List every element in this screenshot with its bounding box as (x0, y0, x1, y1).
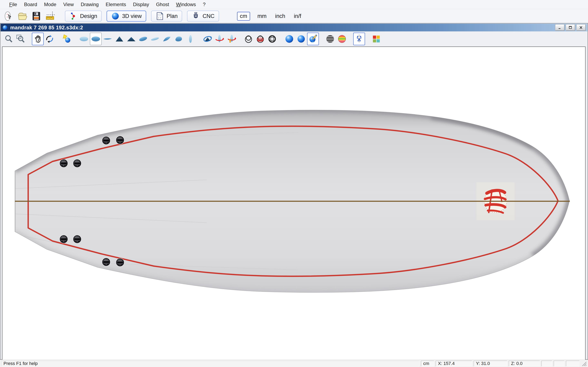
render-sphere-icon[interactable] (283, 33, 295, 45)
resize-grip[interactable] (581, 361, 587, 366)
mesh-icon[interactable] (266, 33, 278, 45)
pan-icon[interactable] (32, 33, 44, 45)
zoom-window-icon[interactable] (15, 33, 26, 45)
view-deck-icon[interactable] (78, 33, 90, 45)
close-icon (579, 26, 583, 29)
plan-mode-button[interactable]: Plan (151, 11, 182, 22)
menu-display[interactable]: Display (130, 2, 153, 7)
view-perspective-4-icon[interactable] (173, 33, 185, 45)
maximize-icon (568, 26, 572, 29)
view-outline-icon[interactable] (185, 33, 196, 45)
fin-plug[interactable]: FCS (73, 159, 81, 167)
tile-windows-icon[interactable] (370, 33, 382, 45)
paint-decor-icon[interactable] (307, 33, 319, 45)
status-z-coordinate: Z: 0.0 (509, 361, 540, 366)
measurements-icon-svg (45, 11, 56, 21)
flip-board-icon[interactable] (225, 33, 237, 45)
svg-text:FCS: FCS (118, 137, 122, 139)
open-folder-icon[interactable] (16, 10, 29, 22)
fin-plug[interactable]: FCS (60, 159, 68, 167)
fin-plug[interactable]: FCS (102, 136, 111, 145)
plan-mode-label: Plan (167, 13, 178, 19)
3d-view-mode-button[interactable]: 3D view (107, 11, 146, 22)
design-mode-icon (69, 12, 78, 21)
save-icon[interactable] (30, 10, 43, 22)
symmetry-icon[interactable] (353, 33, 365, 45)
pick-render-icon[interactable] (61, 33, 73, 45)
fin-plug[interactable]: FCS (102, 258, 111, 266)
orbit-icon[interactable] (44, 33, 56, 45)
menu-drawing[interactable]: Drawing (77, 2, 102, 7)
status-x-coordinate: X: 157.4 (436, 361, 472, 366)
svg-text:FCS: FCS (104, 259, 108, 261)
design-mode-button[interactable]: Design (65, 11, 102, 22)
menu-board[interactable]: Board (21, 2, 41, 7)
wireframe-rings-icon[interactable] (254, 33, 266, 45)
status-empty-cell (554, 361, 564, 366)
measurements-icon[interactable] (44, 10, 57, 22)
menu-ghost[interactable]: Ghost (153, 2, 173, 7)
view-side-icon[interactable] (102, 33, 113, 45)
rotate-view-icon[interactable] (202, 33, 214, 45)
design-mode-label: Design (80, 13, 97, 19)
view-back-icon[interactable] (125, 33, 137, 45)
close-button[interactable] (576, 24, 586, 31)
maximize-button[interactable] (566, 24, 575, 31)
unit-mm[interactable]: mm (256, 12, 268, 20)
status-empty-cell (566, 361, 579, 366)
menu-help[interactable]: ? (199, 2, 209, 7)
fin-plug[interactable]: FCS (116, 136, 124, 144)
menu-file[interactable]: File (6, 2, 21, 7)
view-front-icon[interactable] (113, 33, 125, 45)
design-canvas[interactable]: FCS FCS FCS (2, 47, 586, 360)
wireframe-icon[interactable] (242, 33, 254, 45)
open-folder-icon-svg (17, 11, 28, 21)
unit-selector: cm mm inch in/f (237, 12, 303, 21)
view-perspective-3-icon[interactable] (161, 33, 173, 45)
zoom-icon[interactable] (3, 33, 15, 45)
cnc-mode-icon (191, 12, 200, 21)
view-perspective-icon[interactable] (137, 33, 149, 45)
cnc-mode-button[interactable]: CNC (187, 11, 219, 22)
view-bottom-icon[interactable] (90, 33, 102, 45)
menu-elements[interactable]: Elements (102, 2, 130, 7)
view-toolbar (0, 31, 588, 47)
save-icon-svg (31, 11, 42, 21)
document-title-bar[interactable]: mandrak 7 269 85 192.s3dx:2 (1, 24, 587, 31)
fin-plug[interactable]: FCS (73, 235, 81, 243)
zebra-icon[interactable] (324, 33, 336, 45)
cnc-mode-label: CNC (203, 13, 215, 19)
fin-plug[interactable]: FCS (116, 258, 124, 267)
status-unit: cm (421, 361, 434, 366)
plan-mode-icon (156, 12, 164, 21)
spin-board-icon[interactable] (214, 33, 225, 45)
minimize-icon (558, 26, 562, 29)
document-title: mandrak 7 269 85 192.s3dx:2 (10, 25, 554, 31)
unit-inf[interactable]: in/f (293, 12, 302, 20)
curvature-icon[interactable] (336, 33, 348, 45)
render-sphere-2-icon[interactable] (295, 33, 307, 45)
menu-view[interactable]: View (60, 2, 77, 7)
svg-text:FCS: FCS (62, 236, 65, 238)
menu-mode[interactable]: Mode (41, 2, 60, 7)
new-board-icon[interactable] (2, 10, 15, 22)
view-perspective-2-icon[interactable] (149, 33, 161, 45)
status-y-coordinate: Y: 31.0 (474, 361, 507, 366)
3d-view-mode-icon (111, 12, 120, 20)
board-3d-view: FCS FCS FCS (2, 47, 585, 360)
unit-inch[interactable]: inch (274, 12, 287, 20)
svg-text:FCS: FCS (118, 259, 122, 261)
unit-cm[interactable]: cm (237, 12, 250, 21)
mdi-work-area: mandrak 7 269 85 192.s3dx:2 (0, 23, 588, 360)
svg-text:FCS: FCS (76, 236, 79, 238)
fin-plug[interactable]: FCS (60, 235, 68, 243)
svg-text:FCS: FCS (76, 160, 79, 162)
status-bar: Press F1 for help cm X: 157.4 Y: 31.0 Z:… (0, 360, 588, 367)
menu-windows[interactable]: Windows (173, 2, 199, 7)
minimize-button[interactable] (555, 24, 564, 31)
status-help: Press F1 for help (1, 361, 419, 366)
app-icon (2, 25, 8, 30)
menu-bar: File Board Mode View Drawing Elements Di… (0, 0, 588, 9)
svg-text:FCS: FCS (104, 137, 108, 139)
3d-view-mode-label: 3D view (122, 13, 142, 19)
